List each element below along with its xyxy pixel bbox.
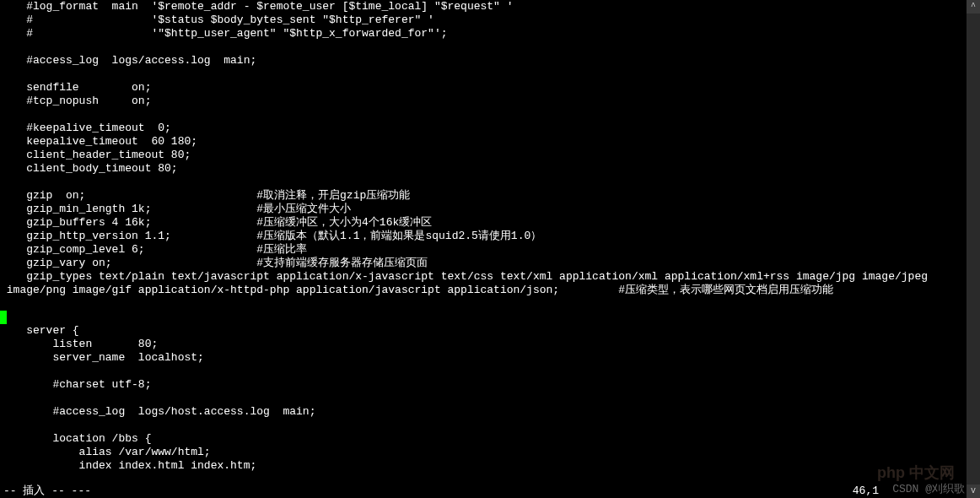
code-line[interactable]: #access_log logs/access.log main; (0, 54, 980, 68)
code-line[interactable] (0, 311, 980, 324)
code-line[interactable]: client_header_timeout 80; (0, 149, 980, 162)
code-line[interactable]: index index.html index.htm; (0, 459, 980, 473)
code-line[interactable]: # '"$http_user_agent" "$http_x_forwarded… (0, 27, 980, 41)
code-line[interactable]: gzip_vary on; #支持前端缓存服务器存储压缩页面 (0, 257, 980, 270)
code-line[interactable]: server { (0, 324, 980, 338)
code-line[interactable]: alias /var/www/html; (0, 446, 980, 459)
code-line[interactable]: image/png image/gif application/x-httpd-… (0, 284, 980, 297)
code-line[interactable] (0, 392, 980, 405)
code-line[interactable] (0, 297, 980, 311)
code-line[interactable]: location /bbs { (0, 432, 980, 446)
code-line[interactable] (0, 108, 980, 122)
code-line[interactable] (0, 419, 980, 432)
text-cursor (0, 311, 7, 324)
code-line[interactable]: server_name localhost; (0, 351, 980, 365)
code-line[interactable] (0, 41, 980, 54)
editor-content[interactable]: #log_format main '$remote_addr - $remote… (0, 0, 980, 473)
code-line[interactable]: # '$status $body_bytes_sent "$http_refer… (0, 14, 980, 27)
code-line[interactable]: gzip_min_length 1k; #最小压缩文件大小 (0, 203, 980, 216)
code-line[interactable]: #tcp_nopush on; (0, 95, 980, 108)
cursor-position: 46,1 (853, 484, 879, 498)
code-line[interactable]: sendfile on; (0, 81, 980, 95)
status-bar: -- 插入 -- --- (0, 484, 980, 498)
code-line[interactable] (0, 176, 980, 189)
code-line[interactable] (0, 365, 980, 378)
editor-mode: -- 插入 -- --- (3, 484, 91, 498)
code-line[interactable]: client_body_timeout 80; (0, 162, 980, 176)
code-line[interactable]: gzip on; #取消注释，开启gzip压缩功能 (0, 189, 980, 203)
code-line[interactable]: gzip_http_version 1.1; #压缩版本（默认1.1，前端如果是… (0, 230, 980, 243)
code-line[interactable]: gzip_buffers 4 16k; #压缩缓冲区，大小为4个16k缓冲区 (0, 216, 980, 230)
code-line[interactable]: #charset utf-8; (0, 378, 980, 392)
code-line[interactable]: gzip_types text/plain text/javascript ap… (0, 270, 980, 284)
scrollbar-track[interactable]: ^ v (967, 0, 980, 498)
scroll-up-button[interactable]: ^ (967, 0, 980, 14)
code-line[interactable]: keepalive_timeout 60 180; (0, 135, 980, 149)
code-line[interactable]: #access_log logs/host.access.log main; (0, 405, 980, 419)
code-line[interactable]: #log_format main '$remote_addr - $remote… (0, 0, 980, 14)
code-line[interactable]: listen 80; (0, 338, 980, 351)
code-line[interactable]: gzip_comp_level 6; #压缩比率 (0, 243, 980, 257)
code-line[interactable] (0, 68, 980, 81)
code-line[interactable]: #keepalive_timeout 0; (0, 122, 980, 135)
